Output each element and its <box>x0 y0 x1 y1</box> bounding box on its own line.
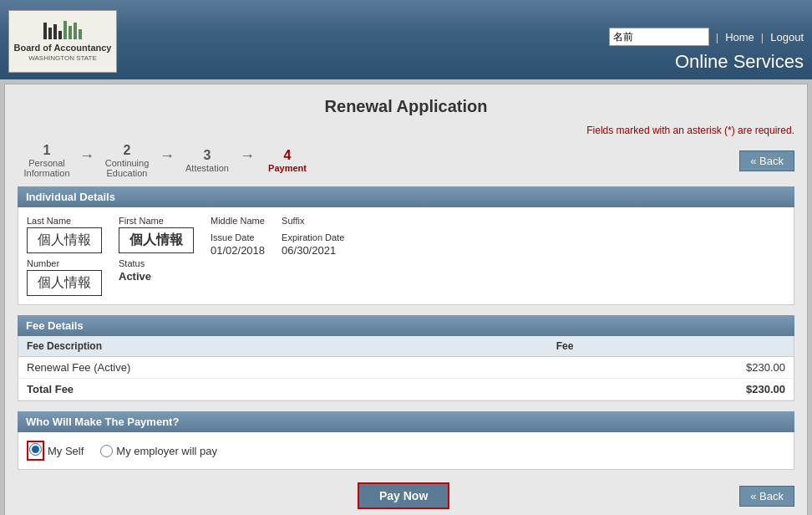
payment-section-body: My Self My employer will pay <box>18 432 794 470</box>
header-nav: | Home | Logout <box>609 28 804 46</box>
step-3-number: 3 <box>204 148 211 163</box>
step-4-label: Payment <box>268 163 307 173</box>
number-label: Number <box>27 258 102 268</box>
logo-image: Board of Accountancy WASHINGTON STATE <box>8 10 117 73</box>
step-4: 4 Payment <box>258 148 317 173</box>
pay-now-button[interactable]: Pay Now <box>358 482 449 509</box>
header: Board of Accountancy WASHINGTON STATE | … <box>0 0 812 79</box>
expiration-date-value: 06/30/2021 <box>282 244 344 257</box>
home-link[interactable]: Home <box>725 31 754 43</box>
individual-details-row: Last Name 個人情報 Number 個人情報 First Name 個人… <box>27 216 785 296</box>
step-4-number: 4 <box>284 148 292 163</box>
payment-header: Who Will Make The Payment? <box>18 411 794 432</box>
issue-date-value: 01/02/2018 <box>211 244 265 257</box>
name-input[interactable] <box>609 28 709 46</box>
online-services-title: Online Services <box>675 51 804 73</box>
step-2-label: ContinuingEducation <box>105 158 150 178</box>
bar3 <box>53 24 57 39</box>
last-name-label: Last Name <box>27 216 102 226</box>
logo-text: Board of Accountancy <box>14 42 112 54</box>
fee-table: Fee Description Fee Renewal Fee (Active)… <box>18 336 794 400</box>
last-name-value: 個人情報 <box>27 227 102 253</box>
fee-total-row: Total Fee $230.00 <box>18 379 794 400</box>
number-value: 個人情報 <box>27 270 102 296</box>
fee-details-header: Fee Details <box>18 315 794 336</box>
fee-desc-1: Renewal Fee (Active) <box>18 357 548 379</box>
required-notice: Fields marked with an asterisk (*) are r… <box>18 125 794 136</box>
step-2-number: 2 <box>124 143 131 158</box>
bar1 <box>43 23 47 39</box>
fee-details-body: Fee Description Fee Renewal Fee (Active)… <box>18 336 794 401</box>
steps-wizard: 1 PersonalInformation → 2 ContinuingEduc… <box>18 143 794 178</box>
bar7 <box>74 23 77 39</box>
total-label: Total Fee <box>18 379 548 400</box>
self-radio-highlight <box>27 441 44 461</box>
pay-now-container: Pay Now <box>68 482 739 509</box>
fee-row-1: Renewal Fee (Active) $230.00 <box>18 357 794 379</box>
middle-name-label: Middle Name <box>211 216 265 226</box>
bar5 <box>63 21 67 39</box>
payment-radio-group: My Self My employer will pay <box>27 441 785 461</box>
first-name-group: First Name 個人情報 Status Active <box>119 216 194 283</box>
col-description: Fee Description <box>18 336 548 357</box>
bottom-actions: Pay Now « Back <box>18 482 794 509</box>
bar2 <box>48 28 52 39</box>
employer-pay-radio[interactable] <box>100 445 113 457</box>
step-2: 2 ContinuingEducation <box>98 143 156 178</box>
header-right: | Home | Logout Online Services <box>609 28 804 73</box>
bar8 <box>79 29 82 39</box>
arrow-1: → <box>79 147 94 165</box>
individual-details-header: Individual Details <box>18 186 794 207</box>
top-back-button[interactable]: « Back <box>739 150 794 171</box>
last-name-group: Last Name 個人情報 Number 個人情報 <box>27 216 102 296</box>
total-value: $230.00 <box>548 379 794 400</box>
step-3-label: Attestation <box>185 163 229 173</box>
employer-pay-option[interactable]: My employer will pay <box>100 445 217 457</box>
nav-separator-1: | <box>716 31 718 43</box>
step-1-label: PersonalInformation <box>23 158 69 178</box>
bar6 <box>69 26 72 39</box>
suffix-group: Suffix Expiration Date 06/30/2021 <box>282 216 344 257</box>
status-label: Status <box>119 258 194 268</box>
bottom-back-button[interactable]: « Back <box>739 486 794 507</box>
self-pay-label: My Self <box>48 445 84 457</box>
fee-table-header-row: Fee Description Fee <box>18 336 794 357</box>
step-1-number: 1 <box>43 143 51 158</box>
arrow-2: → <box>160 147 175 165</box>
logo-area: Board of Accountancy WASHINGTON STATE <box>8 10 117 73</box>
first-name-value: 個人情報 <box>119 227 194 253</box>
logout-link[interactable]: Logout <box>770 31 804 43</box>
self-pay-option[interactable]: My Self <box>27 441 84 461</box>
middle-name-group: Middle Name Issue Date 01/02/2018 <box>211 216 265 257</box>
status-value: Active <box>119 270 194 283</box>
first-name-label: First Name <box>119 216 194 226</box>
issue-date-label: Issue Date <box>211 232 265 242</box>
suffix-label: Suffix <box>282 216 344 226</box>
step-1: 1 PersonalInformation <box>18 143 76 178</box>
arrow-3: → <box>240 147 255 165</box>
bar4 <box>58 31 62 39</box>
col-fee: Fee <box>548 336 794 357</box>
nav-separator-2: | <box>761 31 764 43</box>
main-container: Renewal Application Fields marked with a… <box>4 84 808 515</box>
logo-bars-graphic <box>43 21 82 39</box>
page-title: Renewal Application <box>18 97 794 116</box>
logo-subtext: WASHINGTON STATE <box>28 54 96 62</box>
employer-pay-label: My employer will pay <box>116 445 217 457</box>
self-pay-radio[interactable] <box>29 443 42 456</box>
individual-details-body: Last Name 個人情報 Number 個人情報 First Name 個人… <box>18 207 794 305</box>
fee-amount-1: $230.00 <box>548 357 794 379</box>
expiration-date-label: Expiration Date <box>282 232 344 242</box>
step-3: 3 Attestation <box>178 148 236 173</box>
